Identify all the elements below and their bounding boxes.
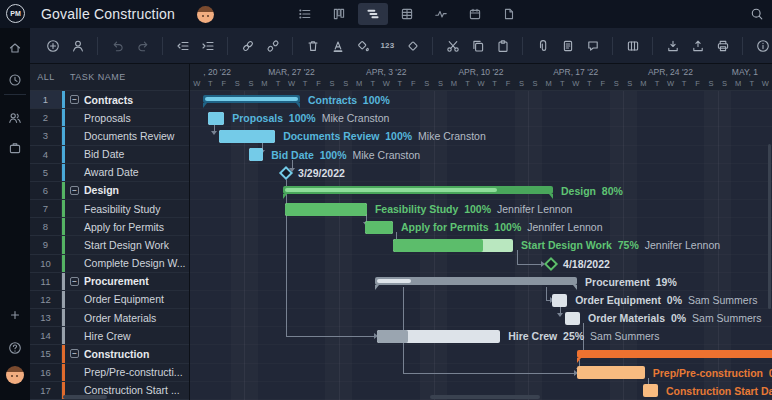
user-avatar[interactable] — [6, 366, 24, 384]
task-panel-hscrollbar[interactable] — [63, 395, 107, 399]
copy-button[interactable] — [465, 33, 490, 59]
task-name: Prep/Pre-constructi... — [65, 364, 189, 381]
assign-button[interactable] — [65, 33, 90, 59]
task-row[interactable]: 4Bid Date — [30, 146, 189, 164]
paste-button[interactable] — [490, 33, 515, 59]
clock-button[interactable] — [0, 65, 30, 95]
task-row[interactable]: 16Prep/Pre-constructi... — [30, 364, 189, 382]
bar-label: Start Design Work 75%Jennifer Lennon — [521, 236, 720, 254]
comment-button[interactable] — [580, 33, 605, 59]
bar-label: Documents Review 100%Mike Cranston — [283, 127, 486, 145]
add-task-button[interactable] — [40, 33, 65, 59]
project-avatar[interactable] — [197, 6, 214, 23]
toolbar-divider — [162, 37, 163, 55]
font-color-button[interactable] — [325, 33, 350, 59]
bar-label-assignee: Mike Cranston — [322, 112, 390, 124]
plus-icon — [8, 308, 22, 322]
attach-button[interactable] — [530, 33, 555, 59]
gantt-bar-task[interactable] — [249, 148, 263, 161]
task-row[interactable]: 1−Contracts — [30, 91, 189, 109]
task-row[interactable]: 6−Design — [30, 182, 189, 200]
gantt-bar-task[interactable] — [552, 294, 567, 307]
team-button[interactable] — [0, 103, 30, 133]
task-row[interactable]: 15−Construction — [30, 345, 189, 363]
task-row[interactable]: 9Start Design Work — [30, 236, 189, 254]
gantt-bar-summary[interactable] — [283, 186, 553, 194]
workflow-view-button[interactable] — [426, 3, 456, 25]
sheet-view-button[interactable] — [392, 3, 422, 25]
collapse-icon[interactable]: − — [70, 95, 79, 104]
collapse-icon[interactable]: − — [70, 186, 79, 195]
task-rows: 1−Contracts2Proposals3Documents Review4B… — [30, 91, 189, 400]
column-header-task-name[interactable]: TASK NAME — [62, 72, 126, 82]
gantt-bar-task[interactable] — [577, 366, 645, 379]
task-row[interactable]: 7Feasibility Study — [30, 200, 189, 218]
gantt-bar-task[interactable] — [365, 221, 393, 234]
list-view-button[interactable] — [290, 3, 320, 25]
copy-icon — [471, 39, 485, 53]
search-button[interactable] — [750, 7, 764, 21]
calendar-view-button[interactable] — [460, 3, 490, 25]
help-button[interactable] — [0, 333, 30, 363]
task-row[interactable]: 12Order Equipment — [30, 291, 189, 309]
search-icon — [750, 7, 764, 21]
gantt-bar-task[interactable] — [219, 130, 275, 143]
link-button[interactable] — [235, 33, 260, 59]
undo-button[interactable] — [105, 33, 130, 59]
columns-button[interactable] — [620, 33, 645, 59]
info-button[interactable] — [750, 33, 772, 59]
gantt-milestone[interactable] — [544, 257, 558, 271]
gantt-vscrollbar[interactable] — [768, 144, 771, 309]
outdent-button[interactable] — [170, 33, 195, 59]
gantt-hscrollbar[interactable] — [430, 395, 540, 399]
row-number: 11 — [30, 273, 62, 290]
task-row[interactable]: 8Apply for Permits — [30, 218, 189, 236]
unlink-button[interactable] — [260, 33, 285, 59]
milestone-icon — [406, 39, 420, 53]
gantt-view-button[interactable] — [358, 3, 388, 25]
delete-button[interactable] — [300, 33, 325, 59]
gantt-bar-task[interactable] — [643, 384, 658, 397]
task-row[interactable]: 11−Procurement — [30, 273, 189, 291]
task-row[interactable]: 5Award Date — [30, 164, 189, 182]
task-row[interactable]: 10Complete Design W... — [30, 255, 189, 273]
gantt-bar-task[interactable] — [565, 312, 580, 325]
summary-bracket — [203, 103, 207, 108]
dependency-arrow — [557, 313, 563, 317]
portfolio-button[interactable] — [0, 133, 30, 163]
indent-button[interactable] — [195, 33, 220, 59]
pm-logo[interactable]: PM — [6, 4, 25, 23]
gantt-bar-summary[interactable] — [203, 95, 300, 103]
redo-button[interactable] — [130, 33, 155, 59]
board-view-button[interactable] — [324, 3, 354, 25]
home-button[interactable] — [0, 33, 30, 63]
collapse-icon[interactable]: − — [70, 349, 79, 358]
notes-button[interactable] — [555, 33, 580, 59]
task-panel: ALL TASK NAME 1−Contracts2Proposals3Docu… — [30, 64, 190, 400]
task-row[interactable]: 2Proposals — [30, 109, 189, 127]
task-row[interactable]: 13Order Materials — [30, 309, 189, 327]
task-row[interactable]: 3Documents Review — [30, 127, 189, 145]
plus-button[interactable] — [0, 300, 30, 330]
gantt-bar-task[interactable] — [285, 203, 367, 216]
cut-button[interactable] — [440, 33, 465, 59]
numbers-button[interactable]: 123 — [375, 33, 400, 59]
fill-color-button[interactable] — [350, 33, 375, 59]
summary-bracket — [573, 285, 577, 290]
gantt-bar-task[interactable] — [393, 239, 513, 252]
task-row[interactable]: 14Hire Crew — [30, 327, 189, 345]
gantt-bar-task[interactable] — [208, 112, 224, 125]
gantt-bar-task[interactable] — [377, 330, 500, 343]
task-row[interactable]: 17Construction Start ... — [30, 382, 189, 400]
bar-label-text: Design 80% — [561, 185, 623, 197]
bar-label-assignee: Mike Cranston — [353, 149, 421, 161]
export-button[interactable] — [685, 33, 710, 59]
collapse-icon[interactable]: − — [70, 277, 79, 286]
gantt-bar-summary[interactable] — [577, 350, 772, 358]
page-view-button[interactable] — [494, 3, 524, 25]
print-button[interactable] — [710, 33, 735, 59]
gantt-bar-summary[interactable] — [375, 277, 577, 285]
import-button[interactable] — [660, 33, 685, 59]
milestone-button[interactable] — [400, 33, 425, 59]
column-header-all[interactable]: ALL — [30, 72, 62, 82]
